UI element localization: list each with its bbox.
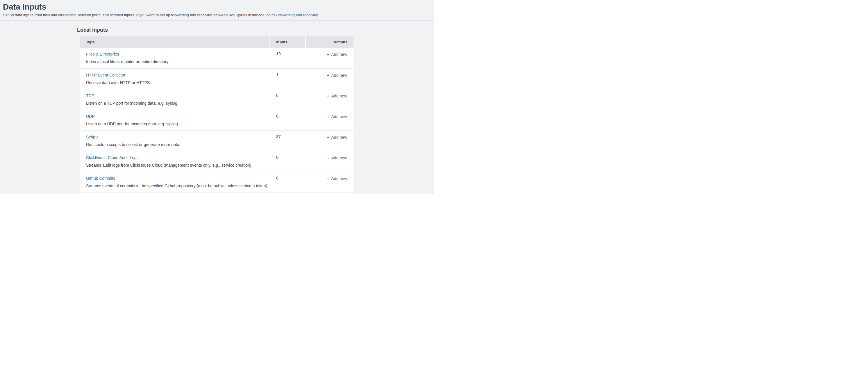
input-count: 0 xyxy=(270,176,305,192)
plus-icon: + xyxy=(327,135,330,140)
input-count: 0 xyxy=(270,155,305,172)
add-new-label: Add new xyxy=(331,114,347,119)
type-cell: Github Commits Streams events of commits… xyxy=(80,176,270,192)
add-new-label: Add new xyxy=(331,176,347,181)
input-type-description: Listen on a UDP port for incoming data, … xyxy=(86,121,270,126)
input-count: 19 xyxy=(270,52,305,68)
add-new-button[interactable]: +Add new xyxy=(327,114,347,119)
type-cell: UDP Listen on a UDP port for incoming da… xyxy=(80,114,270,130)
input-type-description: Listen on a TCP port for incoming data, … xyxy=(86,101,270,106)
plus-icon: + xyxy=(327,73,330,78)
type-cell: Scripts Run custom scripts to collect or… xyxy=(80,135,270,151)
section-title-local-inputs: Local inputs xyxy=(77,27,434,33)
input-type-description: Receive data over HTTP or HTTPS. xyxy=(86,80,270,85)
input-type-description: Index a local file or monitor an entire … xyxy=(86,59,270,64)
input-type-description: Streams audit logs from ClickHouse Cloud… xyxy=(86,162,270,168)
actions-cell: +Add new xyxy=(305,93,353,110)
table-row: Scripts Run custom scripts to collect or… xyxy=(80,130,353,151)
table-row: Files & Directories Index a local file o… xyxy=(80,48,353,68)
partial-next-row xyxy=(80,192,353,194)
forwarding-and-receiving-link[interactable]: Forwarding and receiving xyxy=(276,13,318,17)
subtitle-text: Set up data inputs from files and direct… xyxy=(3,13,276,17)
add-new-label: Add new xyxy=(331,73,347,78)
plus-icon: + xyxy=(327,52,330,57)
local-inputs-table: Type Inputs Actions Files & Directories … xyxy=(80,36,353,194)
plus-icon: + xyxy=(327,155,330,161)
type-cell: TCP Listen on a TCP port for incoming da… xyxy=(80,93,270,110)
add-new-button[interactable]: +Add new xyxy=(327,135,347,140)
input-type-description: Streams events of commits in the specifi… xyxy=(86,183,270,188)
input-type-link[interactable]: TCP xyxy=(86,93,94,98)
actions-cell: +Add new xyxy=(305,176,353,192)
actions-cell: +Add new xyxy=(305,135,353,151)
add-new-button[interactable]: +Add new xyxy=(327,52,347,57)
type-cell: ClickHouse Cloud Audit Logs Streams audi… xyxy=(80,155,270,172)
table-row: TCP Listen on a TCP port for incoming da… xyxy=(80,89,353,110)
input-type-description: Run custom scripts to collect or generat… xyxy=(86,142,270,147)
actions-cell: +Add new xyxy=(305,72,353,89)
plus-icon: + xyxy=(327,176,330,181)
actions-cell: +Add new xyxy=(305,155,353,172)
column-header-type: Type xyxy=(80,36,270,48)
plus-icon: + xyxy=(327,93,330,99)
type-cell: Files & Directories Index a local file o… xyxy=(80,52,270,68)
input-count: 1 xyxy=(270,72,305,89)
input-type-link[interactable]: Scripts xyxy=(86,135,98,139)
input-type-link[interactable]: Github Commits xyxy=(86,176,115,181)
table-row: UDP Listen on a UDP port for incoming da… xyxy=(80,110,353,130)
input-type-link[interactable]: ClickHouse Cloud Audit Logs xyxy=(86,155,139,160)
table-header-row: Type Inputs Actions xyxy=(80,36,353,48)
table-row: HTTP Event Collector Receive data over H… xyxy=(80,68,353,89)
column-header-inputs: Inputs xyxy=(270,36,305,48)
input-type-link[interactable]: HTTP Event Collector xyxy=(86,73,125,78)
type-cell: HTTP Event Collector Receive data over H… xyxy=(80,72,270,89)
input-count: 37 xyxy=(270,135,305,151)
plus-icon: + xyxy=(327,114,330,120)
table-row: ClickHouse Cloud Audit Logs Streams audi… xyxy=(80,151,353,172)
table-row: Github Commits Streams events of commits… xyxy=(80,172,353,192)
page-header: Data inputs Set up data inputs from file… xyxy=(0,0,434,21)
subtitle-period: . xyxy=(318,13,319,17)
data-inputs-page: Data inputs Set up data inputs from file… xyxy=(0,0,434,194)
add-new-button[interactable]: +Add new xyxy=(327,94,347,98)
input-count: 0 xyxy=(270,114,305,130)
add-new-button[interactable]: +Add new xyxy=(327,176,347,181)
add-new-label: Add new xyxy=(331,94,347,98)
input-type-link[interactable]: UDP xyxy=(86,114,95,119)
input-count: 0 xyxy=(270,93,305,110)
add-new-label: Add new xyxy=(331,156,347,160)
page-subtitle: Set up data inputs from files and direct… xyxy=(3,12,431,18)
add-new-button[interactable]: +Add new xyxy=(327,73,347,78)
page-title: Data inputs xyxy=(3,2,431,12)
add-new-label: Add new xyxy=(331,135,347,140)
actions-cell: +Add new xyxy=(305,52,353,68)
input-type-link[interactable]: Files & Directories xyxy=(86,52,119,56)
content-area: Local inputs Type Inputs Actions Files &… xyxy=(0,27,434,194)
add-new-label: Add new xyxy=(331,52,347,57)
actions-cell: +Add new xyxy=(305,114,353,130)
add-new-button[interactable]: +Add new xyxy=(327,156,347,160)
column-header-actions: Actions xyxy=(305,36,353,48)
table-body: Files & Directories Index a local file o… xyxy=(80,48,353,192)
